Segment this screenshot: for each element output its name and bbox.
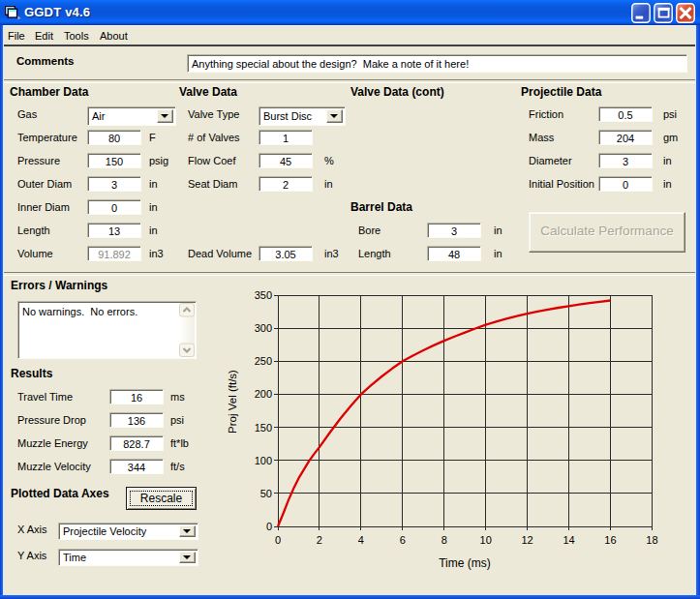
svg-text:14: 14 xyxy=(563,534,574,546)
svg-text:300: 300 xyxy=(255,322,272,334)
svg-text:Time (ms): Time (ms) xyxy=(439,556,491,570)
svg-text:350: 350 xyxy=(255,289,272,301)
svg-text:50: 50 xyxy=(260,488,272,499)
svg-text:12: 12 xyxy=(521,534,533,546)
svg-text:16: 16 xyxy=(604,534,616,546)
svg-text:150: 150 xyxy=(255,422,272,434)
svg-text:8: 8 xyxy=(441,534,447,546)
svg-text:4: 4 xyxy=(358,534,364,546)
svg-text:0: 0 xyxy=(275,534,281,546)
svg-text:250: 250 xyxy=(255,355,272,367)
svg-text:18: 18 xyxy=(646,534,657,546)
svg-text:6: 6 xyxy=(400,534,406,546)
svg-text:2: 2 xyxy=(317,534,322,546)
svg-text:0: 0 xyxy=(266,521,272,532)
svg-text:10: 10 xyxy=(480,534,492,546)
svg-text:Proj Vel (ft/s): Proj Vel (ft/s) xyxy=(227,370,238,434)
svg-text:100: 100 xyxy=(255,455,272,466)
svg-text:200: 200 xyxy=(255,388,272,400)
